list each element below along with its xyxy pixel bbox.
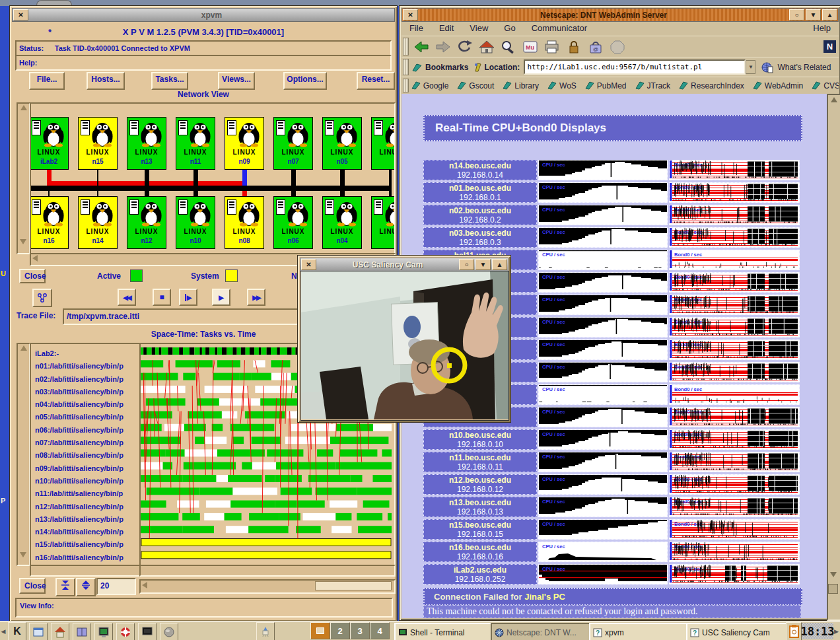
stop-button[interactable]: ■ — [153, 289, 171, 306]
task-button-shell-terminal[interactable]: Shell - Terminal — [394, 623, 496, 640]
close-icon[interactable]: ✕ — [403, 9, 418, 20]
display-button[interactable] — [138, 623, 157, 640]
task-button-netscape-dnt-w-[interactable]: Netscape: DNT W... — [491, 623, 594, 640]
iconify-icon[interactable]: ○ — [789, 9, 804, 20]
back-button[interactable] — [411, 38, 431, 55]
bookmark-link-wos[interactable]: WoS — [547, 81, 577, 90]
print-button[interactable] — [542, 38, 562, 55]
bookmark-link-pubmed[interactable]: PubMed — [585, 81, 627, 90]
host-node-n15[interactable]: LINUXn15 — [78, 117, 118, 170]
sphere-button[interactable] — [160, 623, 178, 640]
location-icon[interactable] — [473, 62, 482, 72]
network-vertical-scrollbar[interactable] — [17, 102, 30, 254]
bookmark-link-gscout[interactable]: Gscout — [457, 81, 494, 90]
zoom-value-field[interactable]: 20 — [96, 578, 136, 595]
my-netscape-button[interactable]: Mu — [520, 38, 540, 55]
cam-titlebar[interactable]: ✕ USC Saliency Cam ○ ▼ ▲ — [300, 258, 508, 271]
shade-icon[interactable]: ▼ — [806, 9, 821, 20]
xpvm-menu-hosts-button[interactable]: Hosts... — [87, 72, 125, 90]
netscape-titlebar[interactable]: ✕ Netscape: DNT WebAdmin Server ○ ▼ ▲ — [402, 8, 839, 22]
menu-edit[interactable]: Edit — [439, 23, 454, 33]
taskbar-collapse-arrow[interactable]: ◀ — [0, 622, 7, 640]
iconify-icon[interactable]: ○ — [459, 259, 474, 270]
pager-desktop-1[interactable] — [310, 622, 330, 639]
stop-button[interactable] — [608, 38, 627, 55]
host-node-n11[interactable]: LINUXn11 — [176, 117, 215, 170]
window-list-button[interactable] — [29, 623, 48, 640]
shop-button[interactable]: @ — [586, 38, 606, 55]
trace-controls-button[interactable] — [32, 289, 52, 307]
host-node-partial[interactable]: LINUX — [371, 196, 396, 249]
menu-view[interactable]: View — [470, 23, 488, 33]
host-node-n10[interactable]: LINUXn10 — [176, 196, 215, 249]
shrink-rows-button[interactable] — [55, 578, 75, 596]
bookmarks-label[interactable]: Bookmarks — [425, 63, 468, 72]
task-button-xpvm[interactable]: ?xpvm — [589, 623, 691, 640]
grow-rows-button[interactable] — [76, 578, 96, 596]
reload-button[interactable] — [455, 38, 475, 55]
toolbar-grip[interactable] — [403, 59, 409, 75]
host-node-n13[interactable]: LINUXn13 — [127, 117, 166, 170]
bookmark-link-jtrack[interactable]: JTrack — [635, 81, 671, 90]
fast-forward-button[interactable]: ▶▶ — [247, 289, 265, 306]
whats-related-label[interactable]: What's Related — [777, 63, 831, 72]
whats-related-icon[interactable] — [761, 61, 774, 73]
pager-desktop-4[interactable]: 4 — [370, 622, 390, 639]
bookmark-link-cvsweb[interactable]: CVSweb — [812, 81, 839, 90]
menu-file[interactable]: File — [409, 23, 423, 33]
restore-icon[interactable]: ▲ — [492, 259, 507, 270]
spacetime-hscroll-left[interactable] — [30, 565, 141, 577]
host-node-n05[interactable]: LINUXn05 — [322, 117, 362, 170]
location-dropdown-icon[interactable]: ▼ — [746, 60, 755, 74]
xpvm-menu-options-button[interactable]: Options... — [283, 72, 327, 90]
network-canvas[interactable]: LINUXiLab2 LINUXn15 LINUXn13 LINUXn11 LI… — [30, 102, 396, 254]
xpvm-menu-file-button[interactable]: File... — [29, 72, 65, 90]
bookmark-link-webadmin[interactable]: WebAdmin — [753, 81, 803, 90]
netscape-logo[interactable]: N — [823, 40, 836, 53]
host-node-n12[interactable]: LINUXn12 — [127, 196, 166, 249]
k-menu-button[interactable]: K — [8, 622, 26, 640]
bookmarks-icon[interactable] — [411, 63, 423, 72]
host-node-n08[interactable]: LINUXn08 — [225, 196, 264, 249]
host-node-n07[interactable]: LINUXn07 — [273, 117, 313, 170]
play-button[interactable]: ▶ — [212, 289, 230, 306]
bookmark-link-library[interactable]: Library — [503, 81, 539, 90]
klipper-button[interactable] — [786, 622, 802, 640]
spacetime-vertical-scrollbar[interactable] — [17, 343, 30, 566]
xpvm-titlebar[interactable]: ✕ xpvm — [12, 8, 395, 22]
toolbar-grip[interactable] — [403, 38, 409, 55]
host-node-n09[interactable]: LINUXn09 — [225, 117, 264, 170]
restore-icon[interactable]: ▲ — [822, 9, 837, 20]
spacetime-task-list[interactable]: iLab2:-n01:/lab/itti/saliency/bin/pn02:/… — [30, 343, 141, 566]
spacetime-hscroll-right[interactable] — [139, 565, 396, 577]
scrollbar-thumb[interactable] — [315, 581, 392, 590]
host-node-n04[interactable]: LINUXn04 — [322, 196, 362, 249]
step-button[interactable]: ▶ — [179, 289, 197, 306]
menu-go[interactable]: Go — [504, 23, 515, 33]
pager-desktop-2[interactable]: 2 — [330, 622, 350, 639]
menu-communicator[interactable]: Communicator — [532, 23, 588, 33]
xpvm-menu-tasks-button[interactable]: Tasks... — [151, 72, 188, 90]
network-close-button[interactable]: Close — [19, 269, 46, 283]
page-vertical-scrollbar[interactable] — [827, 94, 840, 621]
host-node-n16[interactable]: LINUXn16 — [30, 196, 69, 249]
home-button[interactable] — [51, 623, 69, 640]
bookmark-link-google[interactable]: Google — [411, 81, 449, 90]
toolbar-grip[interactable] — [403, 79, 409, 92]
show-desktop-button[interactable] — [256, 622, 275, 640]
search-button[interactable] — [499, 38, 518, 55]
support-lifesaver-button[interactable] — [116, 623, 135, 640]
help-book-button[interactable] — [73, 623, 91, 640]
shade-icon[interactable]: ▼ — [475, 259, 491, 270]
taskbar-expand-arrow[interactable]: ▶ — [834, 622, 840, 640]
rewind-button[interactable]: ◀◀ — [118, 289, 136, 306]
security-button[interactable] — [564, 38, 584, 55]
host-node-partial[interactable]: LINUX — [371, 117, 396, 170]
forward-button[interactable] — [433, 38, 453, 55]
spacetime-close-button[interactable]: Close — [19, 578, 46, 594]
host-node-n06[interactable]: LINUXn06 — [273, 196, 313, 249]
xpvm-menu-reset-button[interactable]: Reset... — [357, 72, 395, 90]
menu-help[interactable]: Help — [813, 23, 831, 33]
pager-desktop-3[interactable]: 3 — [350, 622, 370, 639]
close-icon[interactable]: ✕ — [13, 9, 28, 20]
